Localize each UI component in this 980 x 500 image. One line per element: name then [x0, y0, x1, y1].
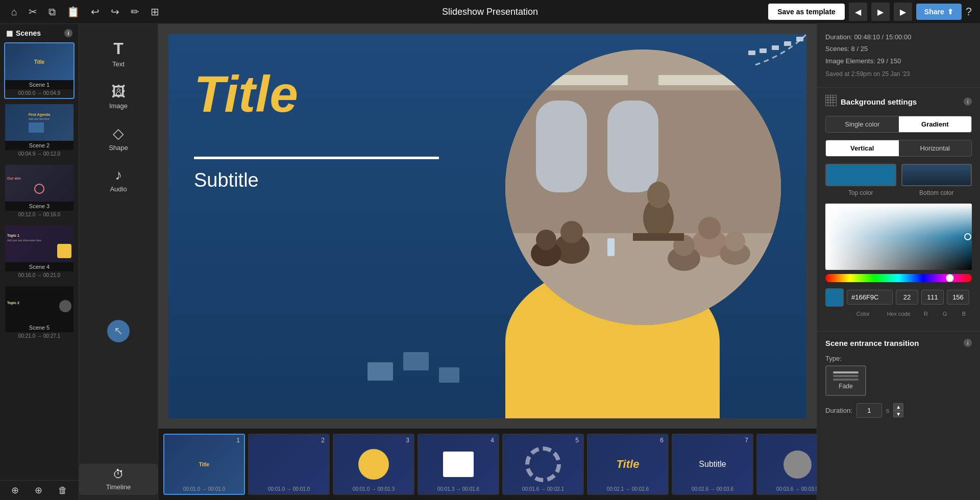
transition-info-icon[interactable]: i — [964, 339, 972, 347]
delete-scene-button[interactable]: 🗑 — [58, 485, 67, 496]
duration-input[interactable] — [856, 403, 882, 418]
bg-settings-header: Background settings i — [825, 95, 972, 109]
slide-canvas[interactable]: Title Subtitle — [168, 34, 806, 418]
thumb-7-time: 00:02.6 → 00:03.6 — [692, 486, 733, 492]
thumb-7-subtitle: Subtitle — [699, 460, 726, 469]
paste-button[interactable]: 📋 — [64, 4, 83, 20]
bottom-color-swatch[interactable] — [901, 164, 972, 186]
duration-up-button[interactable]: ▲ — [893, 403, 903, 410]
help-button[interactable]: ? — [966, 5, 972, 18]
bg-settings-section: Background settings i Single color Gradi… — [817, 88, 980, 332]
scenes-info: Scenes: 8 / 25 — [825, 43, 972, 55]
b-label: B — [956, 311, 972, 317]
scene-5-label: Scene 5 — [5, 323, 74, 332]
fade-button[interactable]: Fade — [825, 365, 866, 396]
svg-rect-8 — [607, 101, 658, 192]
cursor-area: ↖ — [107, 203, 130, 459]
thumb-3-time: 00:01.0 → 00:01.3 — [353, 486, 395, 492]
svg-rect-27 — [439, 367, 459, 383]
transition-type-row: Type: Fade — [825, 355, 972, 396]
timeline-label: Timeline — [106, 483, 131, 491]
timeline-icon: ⏱ — [113, 468, 124, 481]
slide-circular-image — [505, 49, 781, 325]
scene-item-4[interactable]: Topic 1 Add your text information here S… — [4, 224, 75, 281]
timeline-thumb-2[interactable]: 2 00:01.0 → 00:01.0 — [248, 434, 330, 495]
timeline-thumb-3[interactable]: 3 00:01.0 → 00:01.3 — [333, 434, 414, 495]
scene-thumb-4: Topic 1 Add your text information here — [5, 226, 74, 262]
add-scene-button[interactable]: ⊕ — [11, 485, 19, 496]
grid-button[interactable]: ⊞ — [148, 4, 162, 20]
scene-item-1[interactable]: Title Scene 1 00:00.0 → 00:04.9 — [4, 42, 75, 99]
scene-3-label: Scene 3 — [5, 202, 74, 211]
svg-point-20 — [725, 231, 745, 252]
timeline-thumb-8[interactable]: 8 00:03.6 → 00:03.9 — [756, 434, 817, 495]
thumb-1-num: 1 — [236, 437, 240, 444]
duration-info: Duration: 00:48:10 / 15:00:00 — [825, 31, 972, 43]
scenes-folder-icon: ▦ — [6, 29, 13, 37]
duration-down-button[interactable]: ▼ — [893, 410, 903, 417]
play-prev-button[interactable]: ◀ — [849, 3, 867, 21]
hatch-pattern-icon — [825, 95, 837, 106]
slide-subtitle[interactable]: Subtitle — [194, 169, 259, 191]
horizontal-btn[interactable]: Horizontal — [899, 140, 972, 156]
scenes-label: Scenes — [16, 29, 41, 37]
single-color-btn[interactable]: Single color — [826, 116, 899, 132]
shape-tool[interactable]: ◇ Shape — [79, 120, 158, 157]
timeline-thumb-5[interactable]: 5 00:01.6 → 00:02.1 — [502, 434, 584, 495]
svg-rect-0 — [796, 37, 803, 41]
timeline-thumb-1[interactable]: Title 1 00:01.0 → 00:01.0 — [163, 434, 245, 495]
scenes-info-icon[interactable]: i — [64, 29, 72, 37]
image-tool[interactable]: 🖼 Image — [79, 78, 158, 115]
audio-label: Audio — [110, 185, 127, 193]
cut-button[interactable]: ✂ — [26, 4, 40, 20]
undo-button[interactable]: ↩ — [88, 4, 103, 20]
scene-item-5[interactable]: Topic 2 Scene 5 00:21.0 → 00:27.1 — [4, 285, 75, 342]
top-color-swatch[interactable] — [825, 164, 896, 186]
home-button[interactable]: ⌂ — [8, 4, 20, 20]
gradient-btn[interactable]: Gradient — [899, 116, 972, 132]
save-template-button[interactable]: Save as template — [768, 4, 845, 20]
thumb-4-rect — [443, 452, 474, 477]
gradient-overlay — [825, 204, 972, 270]
thumb-6-time: 00:02.1 → 00:02.6 — [607, 486, 649, 492]
scene-4-label: Scene 4 — [5, 262, 74, 271]
duration-label: Duration: — [825, 407, 852, 414]
scene-item-2[interactable]: First Agenda Add your text here Scene 2 … — [4, 103, 75, 160]
main-area: ▦ Scenes i Title Scene 1 00:00.0 → 00:04… — [0, 24, 980, 500]
timeline-thumb-6[interactable]: Title 6 00:02.1 → 00:02.6 — [587, 434, 669, 495]
text-tool[interactable]: T Text — [79, 34, 158, 73]
timeline-thumb-7[interactable]: Subtitle 7 00:02.6 → 00:03.6 — [672, 434, 753, 495]
timeline-button[interactable]: ⏱ Timeline — [79, 464, 158, 495]
g-input[interactable] — [921, 290, 944, 305]
gradient-handle[interactable] — [964, 233, 971, 240]
r-input[interactable] — [896, 290, 918, 305]
duplicate-scene-button[interactable]: ⊕ — [35, 485, 42, 496]
share-button[interactable]: Share ⬆ — [916, 4, 962, 20]
color-pickers-row: Top color Bottom color — [825, 164, 972, 196]
gradient-picker-area[interactable] — [825, 204, 972, 270]
topbar-left: ⌂ ✂ ⧉ 📋 ↩ ↪ ✏ ⊞ — [8, 4, 162, 20]
b-input[interactable] — [947, 290, 969, 305]
vertical-btn[interactable]: Vertical — [826, 140, 899, 156]
slide-title[interactable]: Title — [194, 65, 298, 123]
fade-lines — [833, 371, 859, 381]
scenes-header-left: ▦ Scenes — [6, 29, 41, 37]
edit-button[interactable]: ✏ — [128, 4, 142, 20]
hue-handle[interactable] — [946, 274, 954, 282]
type-label: Type: — [825, 355, 972, 362]
hex-input[interactable] — [847, 290, 893, 305]
redo-button[interactable]: ↪ — [108, 4, 122, 20]
play-next-button[interactable]: ▶ — [894, 3, 912, 21]
duration-unit: s — [886, 407, 890, 414]
thumb-3-circle — [358, 449, 389, 480]
play-button[interactable]: ▶ — [871, 3, 890, 21]
color-preview-small[interactable] — [825, 288, 844, 307]
presentation-title: Slideshow Presentation — [442, 7, 538, 17]
scene-item-3[interactable]: Our aim Scene 3 00:12.0 → 00:16.0 — [4, 164, 75, 220]
timeline-thumb-4[interactable]: 4 00:01.3 → 00:01.6 — [418, 434, 499, 495]
copy-button[interactable]: ⧉ — [45, 4, 59, 20]
audio-tool[interactable]: ♪ Audio — [79, 162, 158, 198]
hue-slider[interactable] — [825, 274, 972, 282]
bg-settings-icon — [825, 95, 837, 109]
bg-settings-info-icon[interactable]: i — [964, 97, 972, 106]
